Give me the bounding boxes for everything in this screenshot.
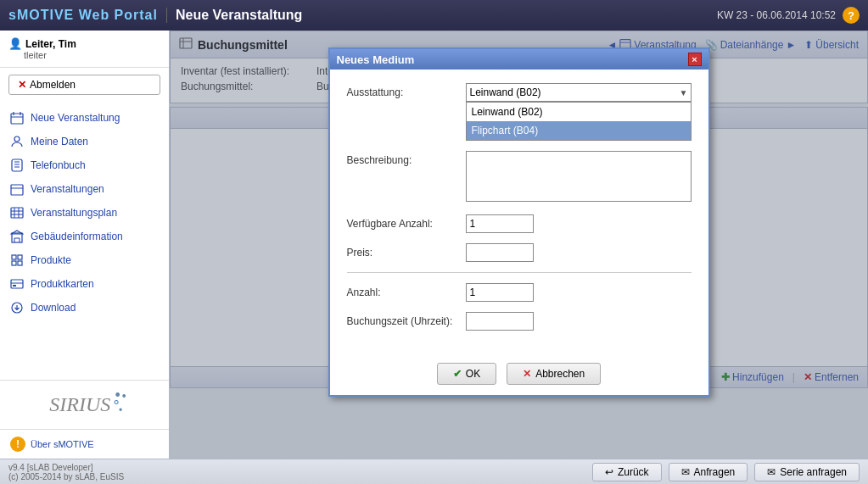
app-title: sMOTIVE Web Portal <box>8 8 158 23</box>
user-name: Leiter, Tim <box>25 38 76 50</box>
ausstattung-dropdown-wrapper: Leinwand (B02) ▼ <box>466 83 692 102</box>
logout-icon: ✕ <box>18 79 26 91</box>
ausstattung-dropdown-list: Leinwand (B02) Flipchart (B04) <box>466 102 692 141</box>
events-icon <box>10 182 24 196</box>
sidebar-item-phone[interactable]: Telefonbuch <box>0 153 169 177</box>
svg-rect-24 <box>13 285 16 287</box>
modal-buttons: ✔ OK ✕ Abbrechen <box>330 354 708 395</box>
sirius-logo: •• • SIRIUS ° <box>0 380 169 429</box>
svg-rect-19 <box>18 255 22 259</box>
sidebar-item-my-data[interactable]: Meine Daten <box>0 130 169 153</box>
smotive-icon: ! <box>10 437 25 452</box>
new-event-icon <box>10 111 24 125</box>
anzahl-input-area <box>466 283 692 302</box>
svg-rect-22 <box>11 280 23 288</box>
main-layout: 👤 Leiter, Tim tleiter ✕ Abmelden Neue Ve… <box>0 31 868 459</box>
footer-version: v9.4 [sLAB Developer] (c) 2005-2014 by s… <box>8 463 124 481</box>
modal-title: Neues Medium <box>337 53 415 66</box>
sidebar-item-label: Veranstaltungen <box>31 183 104 195</box>
plan-icon <box>10 206 24 220</box>
buchungszeit-input[interactable] <box>466 312 534 331</box>
sidebar-item-product-cards[interactable]: Produktkarten <box>0 272 169 296</box>
svg-rect-9 <box>11 185 23 195</box>
sidebar-item-plan[interactable]: Veranstaltungsplan <box>0 201 169 225</box>
preis-label: Preis: <box>347 243 466 259</box>
cancel-button[interactable]: ✕ Abbrechen <box>507 363 601 385</box>
modal-overlay: Neues Medium × Ausstattung: Leinwand (B0… <box>170 31 868 459</box>
sidebar-item-label: Telefonbuch <box>31 159 86 171</box>
help-button[interactable]: ? <box>843 7 860 24</box>
product-cards-icon <box>10 277 24 291</box>
svg-rect-18 <box>12 255 16 259</box>
modal-dialog: Neues Medium × Ausstattung: Leinwand (B0… <box>328 47 710 397</box>
footer: v9.4 [sLAB Developer] (c) 2005-2014 by s… <box>0 459 868 484</box>
anzahl-label: Anzahl: <box>347 283 466 298</box>
verfuegbar-input-area <box>466 214 692 233</box>
modal-close-button[interactable]: × <box>688 53 702 66</box>
header: sMOTIVE Web Portal Neue Veranstaltung KW… <box>0 0 868 31</box>
preis-row: Preis: <box>347 243 692 262</box>
ausstattung-input-area: Leinwand (B02) ▼ Leinwand (B02) Flipchar… <box>466 83 692 141</box>
sidebar-item-events[interactable]: Veranstaltungen <box>0 177 169 201</box>
ausstattung-select[interactable]: Leinwand (B02) <box>466 83 692 102</box>
dropdown-option-flipchart[interactable]: Flipchart (B04) <box>467 121 691 140</box>
ausstattung-label: Ausstattung: <box>347 83 466 98</box>
sidebar-item-new-event[interactable]: Neue Veranstaltung <box>0 106 169 130</box>
sidebar-item-building[interactable]: Gebäudeinformation <box>0 225 169 248</box>
anfragen-icon: ✉ <box>681 466 690 478</box>
back-button[interactable]: ↩ Zurück <box>592 463 662 481</box>
cancel-x-icon: ✕ <box>523 368 531 380</box>
logout-button[interactable]: ✕ Abmelden <box>8 75 160 95</box>
content-area: Buchungsmittel ◄ Veranstaltung 📎 Dateian… <box>170 31 868 459</box>
svg-rect-0 <box>11 114 23 124</box>
beschreibung-input-area <box>466 151 692 204</box>
download-icon <box>10 301 24 314</box>
sidebar-item-label: Produktkarten <box>31 278 94 290</box>
header-left: sMOTIVE Web Portal Neue Veranstaltung <box>8 8 302 23</box>
back-arrow-icon: ↩ <box>605 466 613 478</box>
sidebar: 👤 Leiter, Tim tleiter ✕ Abmelden Neue Ve… <box>0 31 170 459</box>
preis-input[interactable] <box>466 243 534 262</box>
footer-buttons: ↩ Zurück ✉ Anfragen ✉ Serie anfragen <box>592 463 860 481</box>
ausstattung-row: Ausstattung: Leinwand (B02) ▼ Leinwand (… <box>347 83 692 141</box>
sidebar-item-download[interactable]: Download <box>0 296 169 320</box>
building-icon <box>10 230 24 243</box>
anfragen-button[interactable]: ✉ Anfragen <box>669 463 748 481</box>
ok-checkmark-icon: ✔ <box>453 368 462 380</box>
sidebar-item-label: Veranstaltungsplan <box>31 207 117 219</box>
anzahl-input[interactable] <box>466 283 534 302</box>
sidebar-item-products[interactable]: Produkte <box>0 248 169 272</box>
sidebar-item-label: Neue Veranstaltung <box>31 112 120 124</box>
dropdown-option-leinwand[interactable]: Leinwand (B02) <box>467 103 691 121</box>
my-data-icon <box>10 135 24 148</box>
modal-body: Ausstattung: Leinwand (B02) ▼ Leinwand (… <box>330 70 708 354</box>
sidebar-item-label: Produkte <box>31 254 71 266</box>
beschreibung-row: Beschreibung: <box>347 151 692 204</box>
serie-anfragen-button[interactable]: ✉ Serie anfragen <box>754 463 860 481</box>
svg-rect-11 <box>11 208 23 218</box>
preis-input-area <box>466 243 692 262</box>
verfuegbar-label: Verfügbare Anzahl: <box>347 214 466 230</box>
sidebar-item-label: Download <box>31 302 76 314</box>
svg-rect-5 <box>12 159 22 171</box>
user-icon: 👤 <box>8 37 22 50</box>
page-title: Neue Veranstaltung <box>166 8 302 23</box>
beschreibung-textarea[interactable] <box>466 151 692 202</box>
smotive-link-label: Über sMOTIVE <box>31 439 94 449</box>
sidebar-item-label: Gebäudeinformation <box>31 231 123 242</box>
smotive-link[interactable]: ! Über sMOTIVE <box>0 429 169 459</box>
products-icon <box>10 253 24 267</box>
beschreibung-label: Beschreibung: <box>347 151 466 166</box>
user-login: tleiter <box>8 50 160 60</box>
svg-rect-20 <box>12 261 16 265</box>
ok-button[interactable]: ✔ OK <box>437 363 496 385</box>
buchungszeit-label: Buchungszeit (Uhrzeit): <box>347 312 466 327</box>
sirius-text: SIRIUS <box>49 393 110 415</box>
user-info: 👤 Leiter, Tim tleiter <box>0 31 169 68</box>
sidebar-item-label: Meine Daten <box>31 136 88 147</box>
kw-date: KW 23 - 06.06.2014 10:52 <box>717 9 836 21</box>
modal-titlebar: Neues Medium × <box>330 49 708 70</box>
verfuegbar-row: Verfügbare Anzahl: <box>347 214 692 233</box>
verfuegbar-input[interactable] <box>466 214 534 233</box>
svg-rect-21 <box>18 261 22 265</box>
